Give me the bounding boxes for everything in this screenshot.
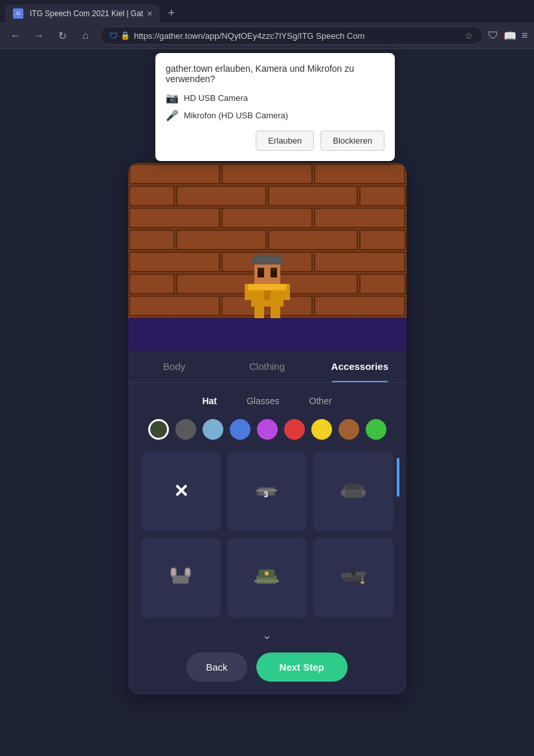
floor-area [128,318,406,351]
active-tab[interactable]: G ITG Speech Com 2021 Kiel | Gat × [5,5,160,23]
chevron-down-icon[interactable]: ⌄ [128,628,406,642]
tab-bar: G ITG Speech Com 2021 Kiel | Gat × + [0,0,534,23]
hat-item-beanie[interactable] [313,451,393,531]
svg-rect-4 [271,271,277,277]
color-swatch-yellow[interactable] [311,419,332,440]
allow-button[interactable]: Erlauben [256,131,314,151]
svg-rect-3 [258,271,264,277]
subtab-hat[interactable]: Hat [197,393,222,409]
browser-chrome: G ITG Speech Com 2021 Kiel | Gat × + ← →… [0,0,534,49]
svg-rect-9 [254,307,264,319]
nav-bar: ← → ↻ ⌂ 🛡 🔒 https://gather.town/app/NQyt… [0,23,534,49]
sub-tabs: Hat Glasses Other [128,393,406,409]
bottom-buttons: Back Next Step [128,647,406,682]
scrollbar-area [396,451,400,618]
svg-text:3: 3 [264,490,269,499]
svg-rect-36 [351,570,355,576]
pixel-scene [128,163,406,351]
scrollbar-thumb[interactable] [397,458,399,497]
hat-item-military[interactable] [227,537,307,617]
permission-popup: gather.town erlauben, Kamera und Mikrofo… [155,53,395,161]
color-swatch-green[interactable] [366,419,386,440]
menu-icon[interactable]: ≡ [522,30,528,41]
subtab-other[interactable]: Other [304,393,337,409]
grad-icon [337,561,370,594]
hat-grid: ✕ 3 [128,451,406,618]
hat-beanie-inner [313,451,393,531]
color-swatch-light-blue[interactable] [203,419,223,440]
svg-rect-18 [257,491,260,495]
hat-item-cap3[interactable]: 3 [227,451,307,531]
star-icon[interactable]: ☆ [465,30,473,41]
hat-item-none[interactable]: ✕ [141,451,221,531]
svg-rect-8 [254,284,280,290]
hat-none-icon: ✕ [173,481,188,502]
svg-rect-38 [361,581,364,583]
hat-cap3-inner: 3 [227,451,307,531]
next-step-button[interactable]: Next Step [256,653,348,682]
hat-item-grad[interactable] [313,537,393,617]
game-container: Body Clothing Accessories Hat Glasses Ot… [128,163,406,695]
svg-rect-31 [255,579,280,583]
character-svg [241,255,293,319]
tab-close-icon[interactable]: × [147,8,152,19]
cap3-icon: 3 [250,475,283,508]
color-swatch-brown[interactable] [339,419,359,440]
block-button[interactable]: Blockieren [320,131,384,151]
hat-ears-inner [141,537,221,617]
customization-panel: Body Clothing Accessories Hat Glasses Ot… [128,351,406,695]
color-swatch-dark-green[interactable] [148,419,169,440]
svg-rect-21 [341,490,345,495]
main-tabs: Body Clothing Accessories [128,351,406,383]
tab-body[interactable]: Body [128,351,221,382]
new-tab-button[interactable]: + [162,4,180,23]
military-icon [250,561,283,594]
address-bar[interactable]: 🛡 🔒 https://gather.town/app/NQytOEy4zzc7… [100,27,483,45]
tab-accessories[interactable]: Accessories [313,351,406,382]
back-button[interactable]: ← [6,27,25,45]
camera-permission-item: 📷 HD USB Camera [166,92,384,104]
svg-rect-5 [258,268,264,271]
color-swatch-gray[interactable] [175,419,196,440]
subtab-glasses[interactable]: Glasses [241,393,285,409]
character-sprite [241,255,293,319]
hat-none-inner: ✕ [141,451,221,531]
permission-title: gather.town erlauben, Kamera und Mikrofo… [166,63,384,84]
mic-label: Mikrofon (HD USB Camera) [184,111,288,120]
svg-rect-28 [173,576,189,584]
shield-extra-icon[interactable]: 🛡 [488,30,498,41]
lock-icon: 🔒 [120,31,130,40]
tab-clothing[interactable]: Clothing [221,351,313,382]
beanie-icon [337,475,370,508]
back-button[interactable]: Back [186,653,247,682]
svg-rect-37 [361,576,363,581]
bookmarks-icon[interactable]: 📖 [504,30,517,42]
color-swatch-purple[interactable] [257,419,278,440]
mic-permission-item: 🎤 Mikrofon (HD USB Camera) [166,109,384,122]
hat-military-inner [227,537,307,617]
svg-rect-33 [266,572,268,576]
reload-button[interactable]: ↻ [53,27,71,45]
svg-rect-23 [345,483,361,489]
svg-rect-1 [251,258,284,265]
svg-rect-10 [271,307,280,319]
svg-rect-27 [186,568,190,576]
hat-item-ears[interactable] [141,537,221,617]
permission-buttons: Erlauben Blockieren [166,131,384,151]
camera-icon: 📷 [166,92,179,104]
svg-rect-6 [271,268,277,271]
tab-title: ITG Speech Com 2021 Kiel | Gat [30,9,143,18]
address-text: https://gather.town/app/NQytOEy4zzc7IYSg… [134,31,461,41]
svg-rect-14 [280,284,287,290]
nav-extras: 🛡 📖 ≡ [488,30,528,42]
home-button[interactable]: ⌂ [76,27,95,45]
color-swatch-red[interactable] [284,419,305,440]
shield-icon: 🛡 [109,31,118,41]
address-bar-icons: 🛡 🔒 [109,31,130,41]
color-swatch-blue[interactable] [230,419,250,440]
svg-rect-26 [172,568,175,576]
forward-button[interactable]: → [30,27,48,45]
ears-icon [164,561,197,594]
hat-grad-inner [313,537,393,617]
svg-rect-13 [248,284,254,290]
